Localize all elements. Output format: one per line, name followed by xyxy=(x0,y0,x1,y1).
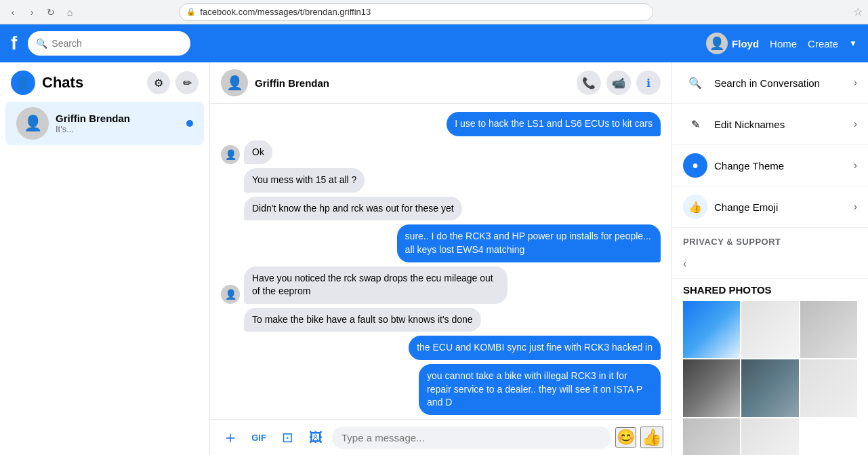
change-theme-icon-bg: ● xyxy=(683,153,707,178)
message-bubble: To make the bike have a fault so btw kno… xyxy=(244,308,481,332)
change-emoji-item[interactable]: 👍 Change Emoji › xyxy=(672,186,868,228)
dropdown-arrow[interactable]: ▼ xyxy=(849,39,857,48)
photo-button[interactable]: 🖼 xyxy=(304,425,328,450)
message-input[interactable] xyxy=(332,427,611,449)
refresh-button[interactable]: ↻ xyxy=(43,5,58,20)
phone-call-button[interactable]: 📞 xyxy=(577,71,601,95)
sidebar-header: 👤 Chats ⚙ ✏ xyxy=(0,62,209,100)
chevron-right-icon-2: › xyxy=(854,118,857,130)
right-panel: 🔍 Search in Conversation › ✎ Edit Nickna… xyxy=(671,62,868,455)
message-bubble: you cannot take a bike with illegal RCK3… xyxy=(419,364,661,415)
chat-name: Griffin Brendan xyxy=(56,113,180,124)
user-profile[interactable]: 👤 Floyd xyxy=(706,33,759,54)
privacy-section: PRIVACY & SUPPORT xyxy=(672,228,868,250)
message-avatar: 👤 xyxy=(221,145,240,164)
chevron-right-icon-3: › xyxy=(854,159,857,172)
facebook-logo: f xyxy=(11,33,17,54)
home-button[interactable]: ⌂ xyxy=(62,5,77,20)
photo-thumb[interactable] xyxy=(800,301,857,358)
back-button[interactable]: ‹ xyxy=(5,5,20,20)
privacy-item[interactable]: ‹ xyxy=(672,250,868,279)
photo-thumb[interactable] xyxy=(683,301,740,358)
change-emoji-icon-bg: 👍 xyxy=(683,195,707,219)
address-bar[interactable]: 🔒 facebook.com/messages/t/brendan.griffi… xyxy=(179,3,653,21)
new-message-button[interactable]: ✏ xyxy=(175,71,199,94)
edit-nicknames-icon: ✎ xyxy=(691,118,700,131)
chat-main: 👤 Griffin Brendan 📞 📹 ℹ I use to hack th… xyxy=(210,62,671,455)
message-row: You mess with 15 at all ? xyxy=(221,168,661,193)
message-row: I use to hack the LS1 and LS6 ECUs to ki… xyxy=(221,112,661,136)
sidebar-title: Chats xyxy=(42,74,83,92)
chat-item[interactable]: 👤 Griffin Brendan It's... xyxy=(5,102,204,145)
chat-header-name-area: Griffin Brendan xyxy=(255,77,329,89)
message-row: Didn't know the hp and rck was out for t… xyxy=(221,197,661,221)
edit-nicknames-icon-bg: ✎ xyxy=(683,112,707,136)
photo-thumb[interactable] xyxy=(741,301,798,358)
chevron-right-icon: › xyxy=(854,77,857,89)
facebook-topbar: f 🔍 👤 Floyd Home Create ▼ xyxy=(0,24,868,62)
create-nav[interactable]: Create xyxy=(808,38,838,50)
sidebar-icons: ⚙ ✏ xyxy=(147,71,199,94)
change-emoji-icon: 👍 xyxy=(688,201,702,214)
privacy-title: PRIVACY & SUPPORT xyxy=(683,237,781,247)
unread-indicator xyxy=(186,120,193,127)
sidebar-user-avatar: 👤 xyxy=(11,71,35,95)
search-conversation-item[interactable]: 🔍 Search in Conversation › xyxy=(672,62,868,104)
gif-button[interactable]: GIF xyxy=(247,425,271,450)
home-nav[interactable]: Home xyxy=(770,38,797,50)
search-box[interactable]: 🔍 xyxy=(28,31,190,56)
emoji-button[interactable]: 😊 xyxy=(615,427,636,448)
message-bubble: Have you noticed the rck swap drops the … xyxy=(244,266,508,304)
message-row: the ECU and KOMBI sync just fine with RC… xyxy=(221,336,661,360)
url-text: facebook.com/messages/t/brendan.griffin1… xyxy=(200,7,371,17)
search-conversation-label: Search in Conversation xyxy=(714,77,854,89)
photo-thumb[interactable] xyxy=(683,418,740,455)
change-theme-label: Change Theme xyxy=(714,160,854,172)
chat-header-actions: 📞 📹 ℹ xyxy=(577,71,661,95)
edit-nicknames-label: Edit Nicknames xyxy=(714,119,854,130)
user-name: Floyd xyxy=(732,38,759,50)
photo-thumb[interactable] xyxy=(741,359,798,416)
search-conv-icon-bg: 🔍 xyxy=(683,71,707,95)
search-conv-icon: 🔍 xyxy=(688,77,702,90)
message-bubble: Didn't know the hp and rck was out for t… xyxy=(244,197,462,221)
like-button[interactable]: 👍 xyxy=(640,427,663,448)
edit-nicknames-item[interactable]: ✎ Edit Nicknames › xyxy=(672,104,868,145)
chat-list: 👤 Griffin Brendan It's... xyxy=(0,100,209,455)
chat-header: 👤 Griffin Brendan 📞 📹 ℹ xyxy=(210,62,671,104)
user-avatar: 👤 xyxy=(706,33,728,54)
chat-contact-name: Griffin Brendan xyxy=(255,77,329,89)
messages-area: I use to hack the LS1 and LS6 ECUs to ki… xyxy=(210,104,671,419)
chat-header-avatar: 👤 xyxy=(221,69,248,96)
message-row: you cannot take a bike with illegal RCK3… xyxy=(221,364,661,415)
message-bubble: You mess with 15 at all ? xyxy=(244,168,365,193)
info-button[interactable]: ℹ xyxy=(636,71,661,95)
sticker-button[interactable]: ⊡ xyxy=(275,425,299,450)
search-input[interactable] xyxy=(51,38,173,49)
browser-chrome: ‹ › ↻ ⌂ 🔒 facebook.com/messages/t/brenda… xyxy=(0,0,868,24)
sidebar-title-area: 👤 Chats xyxy=(11,71,83,95)
message-row: 👤 Have you noticed the rck swap drops th… xyxy=(221,266,661,304)
message-row: 👤 Ok xyxy=(221,140,661,165)
chat-info: Griffin Brendan It's... xyxy=(56,113,180,134)
photos-grid xyxy=(683,301,857,455)
lock-icon: 🔒 xyxy=(186,7,196,16)
message-row: To make the bike have a fault so btw kno… xyxy=(221,308,661,332)
video-call-button[interactable]: 📹 xyxy=(606,71,631,95)
search-icon: 🔍 xyxy=(36,38,47,49)
chat-preview: It's... xyxy=(56,124,180,134)
photo-thumb[interactable] xyxy=(683,359,740,416)
settings-button[interactable]: ⚙ xyxy=(147,71,170,94)
message-bubble: Ok xyxy=(244,140,272,165)
add-button[interactable]: ＋ xyxy=(218,425,243,450)
bookmark-button[interactable]: ☆ xyxy=(853,5,863,18)
message-bubble: sure.. I do the RCK3 and HP power up ins… xyxy=(397,224,661,262)
photo-thumb[interactable] xyxy=(800,359,857,416)
photo-thumb[interactable] xyxy=(741,418,798,455)
message-input-area: ＋ GIF ⊡ 🖼 😊 👍 xyxy=(210,419,671,455)
message-row: sure.. I do the RCK3 and HP power up ins… xyxy=(221,224,661,262)
shared-photos-section: SHARED PHOTOS xyxy=(672,279,868,455)
change-theme-item[interactable]: ● Change Theme › xyxy=(672,145,868,186)
shared-photos-title: SHARED PHOTOS xyxy=(683,284,857,296)
forward-button[interactable]: › xyxy=(24,5,39,20)
